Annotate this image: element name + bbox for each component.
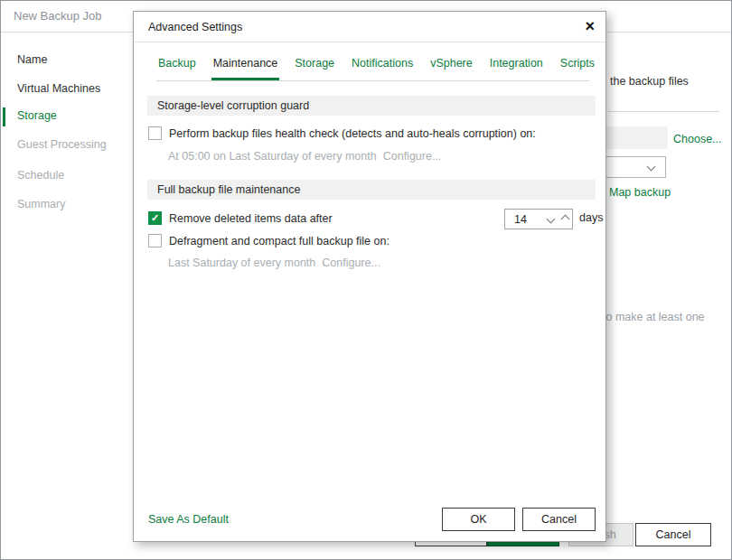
- sidebar-item-storage[interactable]: Storage: [17, 109, 57, 122]
- section-header-corruption-guard: Storage-level corruption guard: [147, 96, 596, 116]
- tab-storage[interactable]: Storage: [293, 57, 336, 80]
- window-title: New Backup Job: [14, 9, 102, 23]
- tab-integration[interactable]: Integration: [488, 57, 545, 80]
- tab-vsphere[interactable]: vSphere: [428, 57, 474, 80]
- sidebar-item-name[interactable]: Name: [17, 53, 47, 66]
- close-icon[interactable]: ×: [585, 15, 595, 37]
- advanced-settings-dialog: Advanced Settings × Backup Maintenance S…: [133, 11, 606, 542]
- save-as-default-link[interactable]: Save As Default: [148, 513, 229, 526]
- tab-backup[interactable]: Backup: [156, 57, 198, 80]
- dialog-cancel-button[interactable]: Cancel: [522, 508, 596, 531]
- defragment-label: Defragment and compact full backup file …: [169, 235, 389, 247]
- dialog-title-divider: [134, 42, 605, 42]
- choose-link[interactable]: Choose...: [673, 133, 722, 145]
- health-check-schedule: At 05:00 on Last Saturday of every month…: [168, 150, 441, 163]
- sidebar-item-virtual-machines[interactable]: Virtual Machines: [17, 82, 100, 95]
- storage-step-description-fragment: the backup files: [610, 75, 689, 88]
- spinner-value[interactable]: 14: [505, 213, 543, 226]
- health-check-schedule-text: At 05:00 on Last Saturday of every month: [168, 150, 377, 163]
- sidebar-item-schedule: Schedule: [17, 169, 64, 182]
- defragment-schedule-text: Last Saturday of every month: [168, 257, 315, 269]
- sidebar-item-guest-processing: Guest Processing: [17, 138, 107, 151]
- chevron-down-icon: [546, 215, 555, 224]
- tab-scripts[interactable]: Scripts: [558, 57, 596, 80]
- remove-deleted-row: Remove deleted items data after: [148, 211, 333, 225]
- section-header-full-backup-maintenance: Full backup file maintenance: [147, 180, 596, 200]
- tab-bar: Backup Maintenance Storage Notifications…: [156, 57, 589, 81]
- spinner-decrement[interactable]: [543, 216, 558, 222]
- remove-deleted-days-spinner[interactable]: 14: [504, 209, 573, 229]
- map-backup-link[interactable]: Map backup: [609, 186, 671, 199]
- remove-deleted-label: Remove deleted items data after: [169, 212, 333, 225]
- health-check-configure-link: Configure...: [383, 150, 442, 163]
- screen: New Backup Job Name Virtual Machines Sto…: [0, 0, 732, 560]
- defragment-checkbox[interactable]: [148, 234, 162, 247]
- health-check-checkbox[interactable]: [148, 126, 162, 140]
- ok-button[interactable]: OK: [442, 508, 515, 531]
- dialog-title: Advanced Settings: [148, 21, 242, 33]
- health-check-row: Perform backup files health check (detec…: [148, 126, 536, 140]
- spinner-unit-label: days: [579, 211, 603, 224]
- defragment-schedule: Last Saturday of every month Configure..…: [168, 257, 380, 269]
- sidebar-item-summary: Summary: [17, 198, 65, 210]
- sidebar-active-indicator: [3, 107, 5, 126]
- spinner-increment[interactable]: [558, 216, 572, 222]
- defragment-configure-link: Configure...: [322, 257, 380, 269]
- tab-maintenance[interactable]: Maintenance: [211, 57, 280, 80]
- defragment-row: Defragment and compact full backup file …: [148, 234, 389, 247]
- tab-notifications[interactable]: Notifications: [350, 57, 415, 80]
- retention-hint-fragment: to make at least one: [603, 311, 705, 323]
- wizard-cancel-button[interactable]: Cancel: [635, 523, 711, 546]
- chevron-up-icon: [560, 215, 569, 224]
- chevron-down-icon: [647, 163, 656, 172]
- health-check-label: Perform backup files health check (detec…: [169, 127, 536, 140]
- content-divider: [608, 111, 719, 112]
- remove-deleted-checkbox[interactable]: [148, 211, 162, 225]
